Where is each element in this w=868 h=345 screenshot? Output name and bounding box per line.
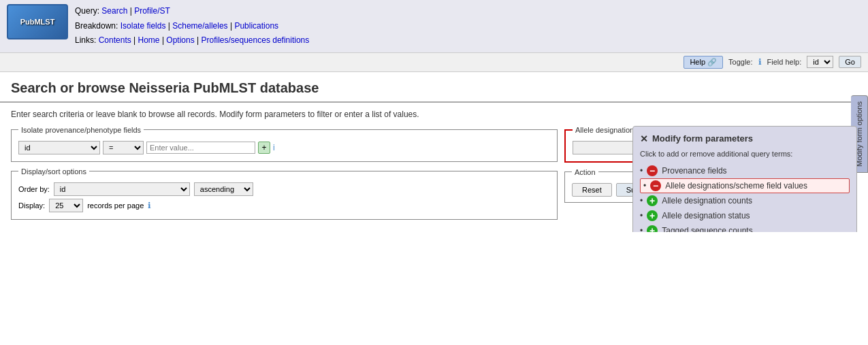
breakdown-label: Breakdown: <box>75 21 118 31</box>
reset-button[interactable]: Reset <box>572 183 612 197</box>
link-home[interactable]: Home <box>138 35 160 45</box>
list-item: • − Provenance fields <box>640 163 850 178</box>
query-profilest-link[interactable]: Profile/ST <box>134 6 170 16</box>
allele-counts-label: Allele designation counts <box>662 196 752 206</box>
breakdown-row: Breakdown: Isolate fields | Scheme/allel… <box>75 19 309 34</box>
header: PubMLST Query: Search | Profile/ST Break… <box>0 0 868 53</box>
toggle-info-icon: ℹ <box>758 57 762 67</box>
breakdown-publications-link[interactable]: Publications <box>234 21 278 31</box>
link-options[interactable]: Options <box>166 35 194 45</box>
help-button[interactable]: Help 🔗 <box>684 56 723 69</box>
query-search-link[interactable]: Search <box>101 6 127 16</box>
main-content: Enter search criteria or leave blank to … <box>0 103 868 232</box>
go-button[interactable]: Go <box>839 56 861 68</box>
allele-counts-toggle-button[interactable]: + <box>647 195 658 206</box>
description-text: Enter search criteria or leave blank to … <box>11 110 857 119</box>
toolbar-bar: Help 🔗 Toggle: ℹ Field help: id Go <box>0 53 868 72</box>
modify-panel-description: Click to add or remove additional query … <box>640 150 850 158</box>
tagged-counts-toggle-button[interactable]: + <box>647 225 658 232</box>
modify-panel-header: ✕ Modify form parameters <box>640 133 850 144</box>
allele-designations-label: Allele designations/scheme field values <box>665 181 807 191</box>
link-contents[interactable]: Contents <box>99 35 131 45</box>
breakdown-scheme-link[interactable]: Scheme/alleles <box>172 21 227 31</box>
display-label: Display: <box>18 201 45 210</box>
order-by-label: Order by: <box>18 185 50 193</box>
provenance-toggle-button[interactable]: − <box>647 165 658 176</box>
action-legend: Action <box>572 168 598 176</box>
order-by-row: Order by: id ascending descending <box>18 182 550 196</box>
link-profiles[interactable]: Profiles/sequences definitions <box>202 35 310 45</box>
isolate-field-select[interactable]: id <box>18 141 100 154</box>
left-panel: Isolate provenance/phenotype fields id =… <box>11 126 558 225</box>
field-help-select[interactable]: id <box>807 56 833 68</box>
breakdown-isolate-link[interactable]: Isolate fields <box>120 21 166 31</box>
logo: PubMLST <box>7 4 68 39</box>
links-row: Links: Contents | Home | Options | Profi… <box>75 33 309 48</box>
logo-text: PubMLST <box>20 18 55 26</box>
isolate-legend: Isolate provenance/phenotype fields <box>18 126 144 134</box>
links-label: Links: <box>75 35 96 45</box>
display-count-select[interactable]: 25 10 50 100 200 <box>49 199 83 212</box>
toggle-label: Toggle: <box>728 58 752 66</box>
allele-status-label: Allele designation status <box>662 211 750 220</box>
list-item: • + Allele designation status <box>640 208 850 223</box>
isolate-value-input[interactable] <box>146 142 255 154</box>
isolate-info-icon: i <box>273 143 275 152</box>
list-item: • + Tagged sequence counts <box>640 223 850 232</box>
modify-items-list: • − Provenance fields • − Allele designa… <box>640 163 850 232</box>
records-per-page-label: records per page <box>87 201 144 210</box>
query-row: Query: Search | Profile/ST <box>75 4 309 19</box>
list-item: • − Allele designations/scheme field val… <box>640 178 850 193</box>
allele-status-toggle-button[interactable]: + <box>647 210 658 221</box>
page-title: Search or browse Neisseria PubMLST datab… <box>11 80 857 96</box>
allele-designations-toggle-button[interactable]: − <box>650 180 661 191</box>
query-label: Query: <box>75 6 99 16</box>
provenance-label: Provenance fields <box>662 166 726 176</box>
sort-direction-select[interactable]: ascending descending <box>194 182 253 196</box>
isolate-field-row: id = + i <box>18 141 550 154</box>
display-sort-legend: Display/sort options <box>18 167 89 176</box>
display-row: Display: 25 10 50 100 200 records per pa… <box>18 199 550 212</box>
display-sort-fieldset: Display/sort options Order by: id ascend… <box>11 167 558 220</box>
page-title-bar: Search or browse Neisseria PubMLST datab… <box>0 72 868 103</box>
list-item: • + Allele designation counts <box>640 193 850 208</box>
modify-panel-close-button[interactable]: ✕ <box>640 133 648 144</box>
modify-panel: ✕ Modify form parameters Click to add or… <box>632 126 857 232</box>
modify-panel-title: Modify form parameters <box>652 133 753 144</box>
field-help-label: Field help: <box>767 58 802 66</box>
display-info-icon: ℹ <box>148 201 151 210</box>
tagged-counts-label: Tagged sequence counts <box>662 226 752 232</box>
search-form-area: Isolate provenance/phenotype fields id =… <box>11 126 857 225</box>
isolate-fieldset: Isolate provenance/phenotype fields id =… <box>11 126 558 162</box>
header-links: Query: Search | Profile/ST Breakdown: Is… <box>75 4 309 48</box>
order-by-select[interactable]: id <box>54 182 190 196</box>
isolate-add-button[interactable]: + <box>258 142 270 154</box>
isolate-operator-select[interactable]: = <box>103 141 144 154</box>
